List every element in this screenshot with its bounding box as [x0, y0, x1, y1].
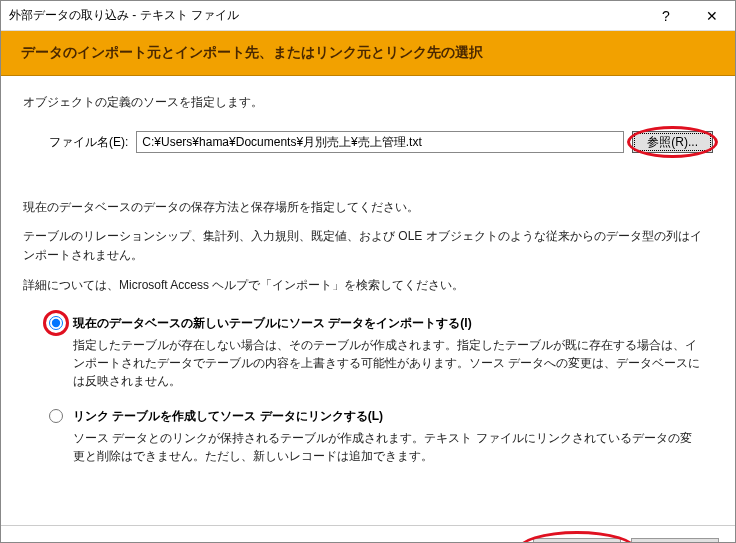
help-button[interactable]: ? [643, 1, 689, 31]
filename-input[interactable] [136, 131, 624, 153]
button-row: OK キャンセル [1, 526, 735, 543]
instruction-source: オブジェクトの定義のソースを指定します。 [23, 94, 713, 111]
content-area: オブジェクトの定義のソースを指定します。 ファイル名(E): 参照(R)... … [1, 76, 735, 465]
file-row: ファイル名(E): 参照(R)... [23, 131, 713, 153]
close-button[interactable]: ✕ [689, 1, 735, 31]
instruction-storage: 現在のデータベースのデータの保存方法と保存場所を指定してください。 [23, 198, 713, 217]
instruction-limitations: テーブルのリレーションシップ、集計列、入力規則、既定値、および OLE オブジェ… [23, 227, 713, 265]
filename-label: ファイル名(E): [49, 134, 128, 151]
option-import-label: 現在のデータベースの新しいテーブルにソース データをインポートする(I) [73, 315, 713, 332]
ok-button[interactable]: OK [533, 538, 621, 543]
option-link-label: リンク テーブルを作成してソース データにリンクする(L) [73, 408, 713, 425]
option-import[interactable]: 現在のデータベースの新しいテーブルにソース データをインポートする(I) 指定し… [49, 315, 713, 390]
window-title: 外部データの取り込み - テキスト ファイル [9, 7, 643, 24]
banner: データのインポート元とインポート先、またはリンク元とリンク先の選択 [1, 31, 735, 76]
option-link[interactable]: リンク テーブルを作成してソース データにリンクする(L) ソース データとのリ… [49, 408, 713, 465]
titlebar: 外部データの取り込み - テキスト ファイル ? ✕ [1, 1, 735, 31]
instruction-help: 詳細については、Microsoft Access ヘルプで「インポート」を検索し… [23, 276, 713, 295]
radio-import[interactable] [49, 316, 63, 330]
page-title: データのインポート元とインポート先、またはリンク元とリンク先の選択 [21, 44, 715, 62]
option-link-desc: ソース データとのリンクが保持されるテーブルが作成されます。テキスト ファイルに… [73, 429, 713, 465]
option-import-desc: 指定したテーブルが存在しない場合は、そのテーブルが作成されます。指定したテーブル… [73, 336, 713, 390]
options-group: 現在のデータベースの新しいテーブルにソース データをインポートする(I) 指定し… [23, 315, 713, 465]
cancel-button[interactable]: キャンセル [631, 538, 719, 543]
browse-button[interactable]: 参照(R)... [632, 131, 713, 153]
radio-link[interactable] [49, 409, 63, 423]
